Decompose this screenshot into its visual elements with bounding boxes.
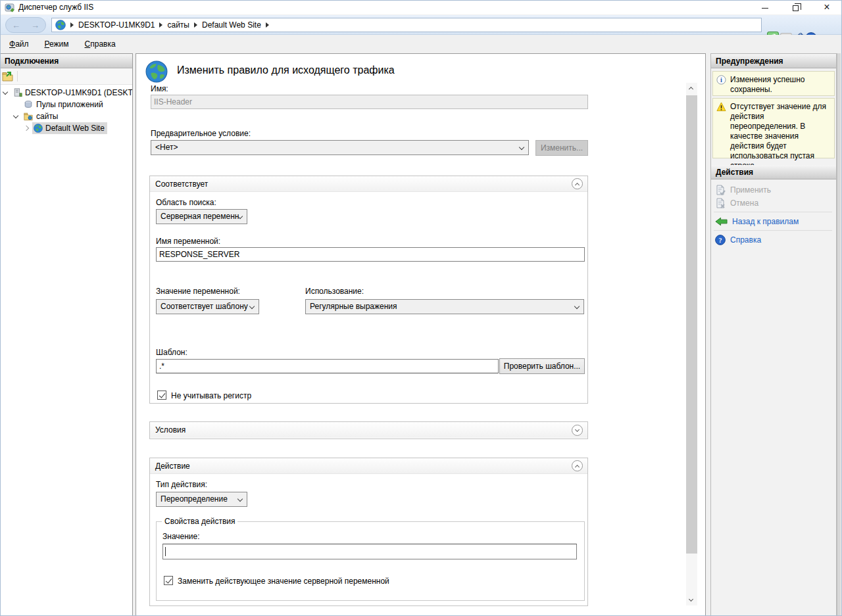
variable-value-label: Значение переменной: <box>156 287 240 296</box>
minimize-button[interactable] <box>754 0 776 14</box>
tree-item-app-pools[interactable]: Пулы приложений <box>0 99 132 110</box>
edit-outbound-rule-page: Изменить правило для исходящего трафика … <box>136 53 706 616</box>
collapse-section-button[interactable] <box>572 178 583 189</box>
help-action[interactable]: ? Справка <box>715 234 761 246</box>
scope-label: Область поиска: <box>156 198 216 207</box>
restore-button[interactable] <box>784 0 806 14</box>
warnings-header: Предупреждения <box>711 54 836 68</box>
svg-text:i: i <box>720 76 722 83</box>
conditions-section: Условия <box>149 421 588 439</box>
connections-header: Подключения <box>0 54 132 68</box>
menu-help[interactable]: Справка <box>85 39 116 49</box>
help-circle-icon: ? <box>715 235 726 245</box>
breadcrumb-separator-icon[interactable] <box>159 22 162 28</box>
close-button[interactable]: × <box>816 0 838 14</box>
chevron-down-icon <box>574 304 580 309</box>
chevron-right-icon[interactable] <box>24 126 29 131</box>
connections-toolbar <box>0 68 132 85</box>
app-icon <box>5 3 15 13</box>
variable-name-input[interactable] <box>156 247 585 262</box>
conditions-section-header[interactable]: Условия <box>150 422 587 438</box>
site-globe-icon <box>34 124 43 133</box>
menu-view[interactable]: Режим <box>45 39 69 49</box>
window-title: Диспетчер служб IIS <box>18 3 93 12</box>
collapse-section-button[interactable] <box>572 460 583 471</box>
info-icon: i <box>716 75 726 85</box>
chevron-down-icon[interactable] <box>3 89 8 95</box>
replace-value-checkbox[interactable] <box>164 576 173 585</box>
value-input[interactable] <box>162 544 577 559</box>
test-pattern-button[interactable]: Проверить шаблон... <box>499 358 585 374</box>
variable-value-select[interactable]: Соответствует шаблону <box>156 299 259 314</box>
precondition-label: Предварительное условие: <box>151 129 251 138</box>
back-button[interactable]: ← <box>12 20 20 30</box>
app-pools-icon <box>24 100 33 109</box>
tree-item-label: Пулы приложений <box>36 99 103 110</box>
back-to-rules-action[interactable]: Назад к правилам <box>715 216 799 227</box>
scope-select[interactable]: Серверная переменн <box>156 209 247 224</box>
breadcrumb-server[interactable]: DESKTOP-U1MK9D1 <box>78 20 155 30</box>
vertical-scrollbar[interactable] <box>686 83 697 605</box>
scroll-up-button[interactable] <box>686 83 697 94</box>
breadcrumb-separator-icon[interactable] <box>266 22 269 28</box>
nav-buttons: ← → <box>5 17 46 33</box>
actions-divider <box>714 212 832 212</box>
apply-label: Применить <box>730 185 771 195</box>
pattern-input[interactable] <box>156 359 499 373</box>
chevron-up-icon <box>574 182 579 187</box>
precondition-select[interactable]: <Нет> <box>151 140 529 155</box>
menu-file[interactable]: Файл <box>9 39 29 49</box>
breadcrumb-separator-icon[interactable] <box>194 22 197 28</box>
action-section: Действие Тип действия: Переопределение С… <box>149 458 588 606</box>
cancel-action: Отмена <box>715 197 758 209</box>
back-arrow-icon <box>715 217 728 226</box>
name-label: Имя: <box>151 84 168 93</box>
warning-alert-text: Отсутствует значение для действия переоп… <box>730 102 826 170</box>
scrollbar-thumb[interactable] <box>686 95 697 554</box>
action-properties-group: Свойства действия Значение: Заменить дей… <box>156 521 585 601</box>
action-type-select[interactable]: Переопределение <box>156 492 247 507</box>
breadcrumb-default-web-site[interactable]: Default Web Site <box>202 20 261 30</box>
expand-section-button[interactable] <box>572 425 583 436</box>
breadcrumb-sites[interactable]: сайты <box>167 20 189 30</box>
warning-icon <box>716 102 726 112</box>
minimize-icon <box>762 8 768 9</box>
chevron-down-icon[interactable] <box>13 113 18 118</box>
chevron-down-icon <box>574 427 579 431</box>
title-bar: Диспетчер служб IIS × <box>0 0 842 15</box>
value-label: Значение: <box>162 532 200 541</box>
forward-button[interactable]: → <box>31 20 39 30</box>
right-pane: Предупреждения i Изменения успешно сохра… <box>710 53 837 616</box>
name-input: IIS-Header <box>151 95 588 109</box>
ignore-case-checkbox[interactable] <box>157 391 166 400</box>
toolbar-divider <box>17 71 18 82</box>
address-breadcrumb-bar[interactable]: DESKTOP-U1MK9D1 сайты Default Web Site <box>51 18 762 32</box>
tree-item-server[interactable]: DESKTOP-U1MK9D1 (DESKTOP <box>0 87 132 99</box>
create-connection-icon[interactable] <box>2 71 13 82</box>
svg-text:?: ? <box>719 237 722 244</box>
help-link[interactable]: Справка <box>730 235 761 245</box>
restore-icon <box>793 5 799 11</box>
action-type-label: Тип действия: <box>156 480 207 489</box>
apply-action: Применить <box>715 184 771 196</box>
address-band: ← → DESKTOP-U1MK9D1 сайты Default Web Si… <box>0 15 842 35</box>
sites-folder-icon <box>24 112 33 121</box>
ignore-case-label: Не учитывать регистр <box>171 391 251 400</box>
action-properties-legend: Свойства действия <box>162 517 237 526</box>
chevron-down-icon <box>519 145 524 150</box>
tree-item-default-web-site[interactable]: Default Web Site <box>0 122 132 134</box>
using-select[interactable]: Регулярные выражения <box>305 299 584 314</box>
match-section-header[interactable]: Соответствует <box>150 176 587 192</box>
cancel-icon <box>715 198 726 208</box>
action-section-header[interactable]: Действие <box>150 458 587 474</box>
scroll-down-button[interactable] <box>686 594 697 605</box>
actions-header: Действия <box>711 165 836 179</box>
edit-precondition-button: Изменить... <box>535 140 588 156</box>
breadcrumb-separator-icon[interactable] <box>70 22 74 28</box>
back-to-rules-link[interactable]: Назад к правилам <box>732 217 799 226</box>
tree-item-sites[interactable]: сайты <box>0 110 132 122</box>
text-caret <box>165 547 166 556</box>
selected-tree-item[interactable]: Default Web Site <box>32 122 107 134</box>
tree-item-label: Default Web Site <box>45 122 105 134</box>
using-label: Использование: <box>305 287 364 296</box>
